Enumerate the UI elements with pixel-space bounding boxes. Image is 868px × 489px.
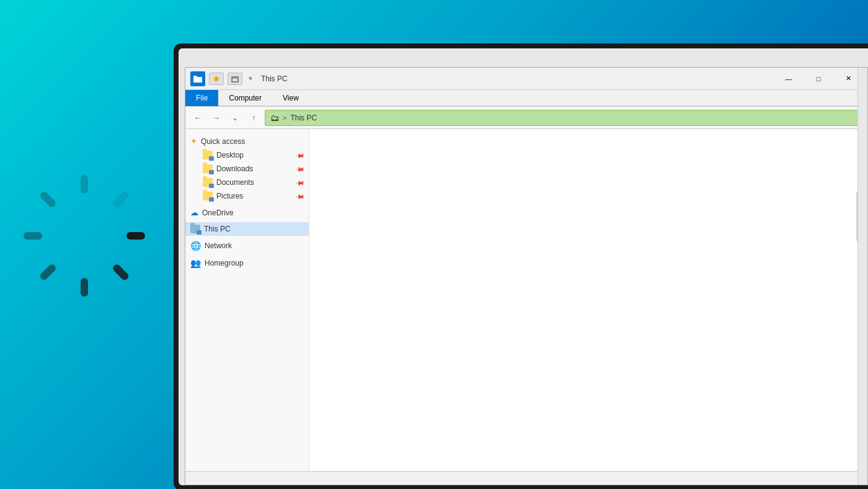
quick-access-btn-1[interactable]: [209, 73, 224, 85]
thispc-folder-icon: [190, 225, 200, 233]
ribbon-tabs: File Computer View: [185, 90, 867, 106]
folder-badge: [209, 156, 214, 161]
laptop-screen: ▼ This PC — □ ✕ File Computer View: [179, 48, 868, 485]
pictures-label: Pictures: [216, 192, 243, 200]
title-bar-separator: ▼: [247, 75, 254, 82]
sidebar-section-network: 🌐 Network: [185, 238, 309, 253]
svg-rect-0: [232, 77, 238, 82]
documents-label: Documents: [216, 178, 254, 187]
downloads-pin-icon: 📌: [295, 164, 305, 174]
sidebar-section-homegroup: 👥 Homegroup: [185, 256, 309, 271]
title-bar: ▼ This PC — □ ✕: [185, 68, 867, 90]
ribbon: File Computer View: [185, 90, 867, 107]
window-controls: — □ ✕: [774, 69, 862, 89]
tab-computer[interactable]: Computer: [218, 90, 272, 106]
sidebar-item-desktop[interactable]: Desktop 📌: [185, 148, 309, 162]
back-button[interactable]: ←: [190, 110, 205, 125]
main-content: ✦ Quick access Desktop 📌: [185, 129, 867, 471]
thispc-label: This PC: [204, 225, 231, 233]
sidebar-homegroup-heading[interactable]: 👥 Homegroup: [185, 256, 309, 271]
spinner-container: [37, 174, 161, 298]
network-label: Network: [205, 241, 232, 250]
sidebar-network-heading[interactable]: 🌐 Network: [185, 238, 309, 253]
quick-access-btn-2[interactable]: [228, 73, 242, 85]
homegroup-label: Homegroup: [205, 259, 244, 267]
sidebar-item-documents[interactable]: Documents 📌: [185, 176, 309, 189]
tab-view[interactable]: View: [272, 90, 309, 106]
explorer-window: ▼ This PC — □ ✕ File Computer View: [185, 67, 868, 485]
laptop-bezel: ▼ This PC — □ ✕ File Computer View: [174, 43, 868, 489]
sidebar-quick-access-heading[interactable]: ✦ Quick access: [185, 134, 309, 148]
cloud-icon: ☁: [190, 208, 198, 217]
tab-file[interactable]: File: [185, 90, 218, 106]
maximize-button[interactable]: □: [804, 69, 833, 89]
downloads-label: Downloads: [216, 164, 253, 173]
sidebar-item-downloads[interactable]: Downloads 📌: [185, 162, 309, 176]
folder-badge: [209, 170, 214, 174]
documents-pin-icon: 📌: [295, 177, 305, 187]
downloads-folder-icon: [203, 164, 213, 173]
path-text: This PC: [290, 114, 317, 122]
folder-badge: [209, 184, 214, 188]
desktop-folder-icon: [203, 151, 213, 159]
pictures-pin-icon: 📌: [295, 191, 305, 201]
folder-badge: [209, 197, 214, 202]
network-icon: 🌐: [190, 241, 201, 251]
address-path[interactable]: 🗂 > This PC: [265, 110, 862, 126]
desktop-pin-icon: 📌: [295, 150, 305, 160]
address-bar: ← → ⌄ ↑ 🗂 > This PC: [185, 107, 867, 129]
desktop-label: Desktop: [216, 151, 244, 159]
window-icon: [190, 71, 205, 86]
minimize-button[interactable]: —: [774, 69, 803, 89]
onedrive-label: OneDrive: [202, 209, 234, 217]
status-bar: [185, 471, 867, 485]
sidebar-item-pictures[interactable]: Pictures 📌: [185, 189, 309, 203]
right-scrollbar[interactable]: [857, 129, 867, 471]
up-button[interactable]: ↑: [246, 110, 261, 125]
content-area: [309, 129, 867, 471]
sidebar-item-thispc[interactable]: This PC: [185, 222, 309, 236]
sidebar-onedrive-heading[interactable]: ☁ OneDrive: [185, 205, 309, 220]
sidebar-section-thispc: This PC: [185, 222, 309, 236]
homegroup-icon: 👥: [190, 258, 201, 268]
sidebar: ✦ Quick access Desktop 📌: [185, 129, 309, 471]
forward-button[interactable]: →: [209, 110, 224, 125]
window-title: This PC: [261, 74, 771, 83]
sidebar-section-onedrive: ☁ OneDrive: [185, 205, 309, 220]
documents-folder-icon: [203, 178, 213, 187]
pictures-folder-icon: [203, 192, 213, 200]
star-icon: ✦: [190, 137, 197, 146]
path-folder-icon: 🗂: [270, 113, 279, 123]
recent-locations-button[interactable]: ⌄: [228, 110, 242, 125]
loading-spinner: [50, 186, 149, 285]
quick-access-label: Quick access: [201, 137, 245, 146]
sidebar-section-quick-access: ✦ Quick access Desktop 📌: [185, 134, 309, 203]
path-separator: >: [283, 114, 286, 122]
folder-badge: [197, 230, 202, 235]
